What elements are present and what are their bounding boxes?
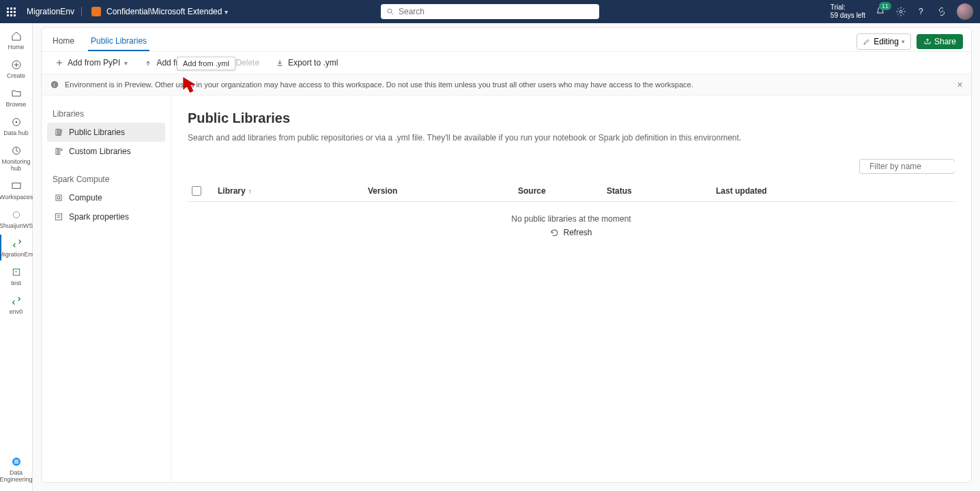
sidebar-item-public-libraries[interactable]: Public Libraries: [47, 123, 165, 142]
column-source[interactable]: Source: [518, 186, 593, 196]
rail-datahub[interactable]: Data hub: [0, 113, 32, 139]
page-description: Search and add libraries from public rep…: [188, 133, 955, 143]
workspace-breadcrumb[interactable]: Confidential\Microsoft Extended ▾: [91, 7, 228, 16]
global-search-box[interactable]: [381, 4, 599, 19]
sidebar-item-compute[interactable]: Compute: [47, 188, 165, 207]
table-header: Library ↑ Version Source Status Last upd…: [188, 181, 955, 202]
rail-migrationenv[interactable]: MigrationEnv: [0, 235, 32, 261]
rail-label-shuaijunws: ShuaijunWS: [0, 222, 33, 229]
global-search-input[interactable]: [399, 7, 594, 16]
add-from-pypi-button[interactable]: Add from PyPI ▾: [48, 55, 134, 71]
column-last-updated[interactable]: Last updated: [716, 186, 951, 196]
svg-text:?: ?: [919, 7, 923, 16]
rail-label-home: Home: [8, 44, 24, 50]
tab-home[interactable]: Home: [50, 32, 77, 51]
svg-rect-18: [55, 213, 61, 220]
rail-label-workspaces: Workspaces: [0, 194, 33, 200]
trial-info[interactable]: Trial: 59 days left: [831, 3, 865, 20]
user-avatar[interactable]: [957, 3, 973, 20]
library-icon: [54, 128, 63, 137]
refresh-button[interactable]: Refresh: [550, 228, 592, 237]
rail-label-env0: env0: [10, 308, 23, 315]
environment-icon: [11, 237, 23, 250]
column-version[interactable]: Version: [368, 186, 504, 196]
editing-label: Editing: [874, 37, 899, 46]
rail-shuaijunws[interactable]: ShuaijunWS: [0, 206, 32, 232]
share-icon: [923, 38, 932, 46]
rail-create[interactable]: Create: [0, 56, 32, 82]
column-library-label: Library: [218, 186, 246, 196]
rail-label-monitoring: Monitoring hub: [0, 158, 32, 172]
feedback-button[interactable]: [936, 6, 947, 17]
environment-icon: [10, 295, 23, 307]
environment-name[interactable]: MigrationEnv: [27, 7, 82, 16]
rail-monitoring[interactable]: Monitoring hub: [0, 142, 32, 175]
tooltip-add-from-yml: Add from .yml: [177, 57, 235, 70]
settings-button[interactable]: [895, 6, 906, 17]
side-panel: Libraries Public Libraries Custom Librar…: [42, 95, 171, 482]
svg-point-0: [388, 9, 392, 13]
tab-right-controls: Editing ▾ Share: [856, 33, 963, 50]
side-label-public: Public Libraries: [69, 128, 125, 137]
column-library[interactable]: Library ↑: [218, 186, 354, 196]
refresh-icon: [550, 228, 559, 237]
header-right: Trial: 59 days left 11 ?: [831, 3, 973, 20]
editing-mode-button[interactable]: Editing ▾: [856, 33, 911, 50]
svg-rect-8: [12, 183, 20, 188]
rail-label-data-engineering: Data Engineering: [0, 469, 33, 483]
share-button[interactable]: Share: [917, 34, 963, 49]
column-status[interactable]: Status: [607, 186, 702, 196]
export-yml-label: Export to .yml: [288, 58, 338, 68]
side-group-spark: Spark Compute: [47, 170, 165, 188]
help-button[interactable]: ?: [916, 6, 927, 17]
chevron-down-icon: ▾: [225, 8, 228, 16]
notifications-button[interactable]: 11: [875, 6, 886, 17]
workspace-path: Confidential\Microsoft Extended: [106, 7, 222, 16]
detail-panel: Public Libraries Search and add librarie…: [171, 95, 971, 482]
trial-label: Trial:: [831, 3, 865, 12]
home-icon: [10, 30, 23, 42]
star-icon: *: [10, 266, 23, 278]
monitor-icon: [10, 145, 23, 157]
rail-workspaces[interactable]: Workspaces: [0, 177, 32, 203]
left-rail: Home Create Browse Data hub Monitoring h…: [0, 23, 33, 491]
rail-label-create: Create: [7, 72, 25, 79]
rail-browse[interactable]: Browse: [0, 85, 32, 110]
tab-public-libraries[interactable]: Public Libraries: [88, 32, 149, 51]
global-search-wrap: [381, 4, 599, 19]
banner-text: Environment is in Preview. Other users i…: [65, 80, 693, 89]
workspaces-icon: [10, 180, 23, 192]
rail-label-datahub: Data hub: [3, 130, 29, 136]
page-title: Public Libraries: [188, 110, 955, 126]
banner-close-button[interactable]: ✕: [957, 80, 963, 89]
filter-box[interactable]: [859, 159, 955, 174]
svg-line-1: [392, 13, 394, 15]
properties-icon: [54, 212, 63, 222]
content-split: Libraries Public Libraries Custom Librar…: [42, 95, 971, 482]
sidebar-item-spark-properties[interactable]: Spark properties: [47, 207, 165, 226]
add-pypi-label: Add from PyPI: [68, 58, 120, 68]
body-wrap: Home Create Browse Data hub Monitoring h…: [0, 23, 980, 491]
plus-icon: [55, 59, 63, 67]
svg-point-15: [61, 149, 62, 151]
export-to-yml-button[interactable]: Export to .yml: [269, 55, 345, 71]
rail-home[interactable]: Home: [0, 27, 32, 53]
chevron-down-icon: ▾: [124, 59, 128, 67]
app-launcher-icon[interactable]: [7, 8, 16, 16]
link-icon: [936, 6, 947, 17]
data-engineering-icon: [10, 456, 23, 468]
folder-icon: [10, 87, 23, 100]
sidebar-item-custom-libraries[interactable]: Custom Libraries: [47, 142, 165, 161]
trial-days: 59 days left: [831, 12, 865, 20]
rail-label-migrationenv: MigrationEnv: [0, 251, 35, 258]
delete-label: Delete: [235, 58, 259, 68]
rail-test[interactable]: * test: [0, 263, 32, 289]
preview-banner: i Environment is in Preview. Other users…: [42, 74, 971, 95]
filter-input[interactable]: [869, 162, 972, 171]
rail-env0[interactable]: env0: [0, 292, 32, 318]
svg-text:*: *: [15, 270, 17, 275]
empty-state: No public libraries at the moment Refres…: [188, 202, 955, 252]
select-all-checkbox[interactable]: [192, 186, 204, 196]
search-icon: [386, 8, 394, 16]
rail-data-engineering[interactable]: Data Engineering: [0, 453, 32, 486]
